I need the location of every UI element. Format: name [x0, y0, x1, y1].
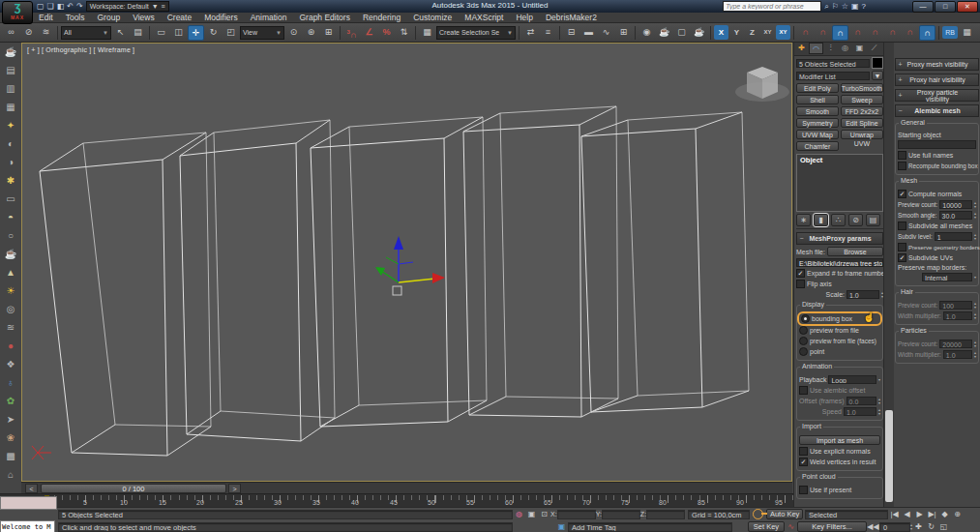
- axis-constraint-xy-button[interactable]: XY: [760, 25, 775, 40]
- compute-normals-checkbox[interactable]: ✓: [898, 190, 906, 198]
- explicit-normals-checkbox[interactable]: [799, 447, 808, 456]
- select-and-rotate-icon[interactable]: ↻: [205, 25, 222, 41]
- speed-field[interactable]: 1,0: [844, 407, 876, 416]
- modifier-ffd-button[interactable]: FFD 2x2x2: [841, 106, 883, 116]
- offset-frames-field[interactable]: 0,0: [846, 397, 876, 405]
- rendered-frame-window-icon[interactable]: ▢: [673, 25, 690, 41]
- menu-tools[interactable]: Tools: [66, 13, 85, 22]
- axis-constraint-y-button[interactable]: Y: [729, 25, 744, 40]
- subdivide-uvs-checkbox[interactable]: ✓: [898, 253, 906, 262]
- menu-rendering[interactable]: Rendering: [363, 13, 401, 22]
- snap-grid-icon[interactable]: ∩: [797, 25, 814, 41]
- dome-icon[interactable]: ◓: [8, 208, 14, 226]
- earth-icon[interactable]: ♁: [7, 373, 15, 392]
- time-slider-handle[interactable]: 0 / 100: [41, 484, 226, 493]
- macro-recorder-field[interactable]: [0, 496, 57, 510]
- snap-endpoint-icon[interactable]: ∩: [849, 25, 866, 41]
- use-pivot-point-icon[interactable]: ⊙: [285, 25, 302, 41]
- add-time-tag-field[interactable]: Add Time Tag: [568, 522, 732, 532]
- y-coordinate-field[interactable]: [602, 510, 640, 519]
- menu-customize[interactable]: Customize: [413, 13, 452, 22]
- recompute-bbox-checkbox[interactable]: [898, 162, 906, 170]
- tab-motion-icon[interactable]: ◎: [838, 43, 852, 54]
- make-unique-icon[interactable]: ∴: [831, 214, 846, 226]
- panel-scrollbar[interactable]: [883, 43, 894, 507]
- orbit-view-icon[interactable]: ↻: [925, 522, 937, 531]
- modifier-list-dropdown[interactable]: Modifier List: [796, 72, 870, 80]
- named-selection-sets-dropdown[interactable]: Create Selection Se ▼: [436, 26, 516, 40]
- select-by-name-icon[interactable]: ▤: [130, 25, 146, 41]
- menu-create[interactable]: Create: [167, 13, 193, 22]
- hair-preview-count-field[interactable]: 100: [939, 301, 972, 310]
- remove-modifier-icon[interactable]: ⊘: [848, 214, 863, 226]
- align-icon[interactable]: ≡: [540, 25, 556, 41]
- spinner-snap-icon[interactable]: ⇅: [396, 25, 412, 41]
- key-filters-button[interactable]: Key Filters...: [797, 521, 867, 532]
- favorites-icon[interactable]: ☆: [842, 2, 848, 11]
- maximize-button[interactable]: □: [935, 1, 956, 13]
- pan-view-icon[interactable]: ✚: [912, 522, 925, 531]
- z-coordinate-field[interactable]: [646, 510, 685, 519]
- next-frame-button[interactable]: >: [228, 484, 241, 493]
- modifier-unwrap-uvw-button[interactable]: Unwrap UVW: [841, 130, 883, 139]
- map-borders-dropdown[interactable]: Internal: [922, 273, 972, 281]
- reference-coordinate-dropdown[interactable]: View ▼: [240, 26, 284, 40]
- material-editor-icon[interactable]: ◉: [638, 25, 655, 41]
- angle-snap-icon[interactable]: ∠: [361, 25, 377, 41]
- previous-key-icon[interactable]: ◀: [901, 510, 913, 518]
- subdiv-level-field[interactable]: 1: [935, 232, 972, 241]
- hair-width-field[interactable]: 1,0: [943, 311, 972, 320]
- keyboard-override-icon[interactable]: ⊞: [320, 25, 337, 41]
- select-and-move-icon[interactable]: ✛: [188, 25, 204, 41]
- display-option-bounding-box[interactable]: bounding box ☝: [799, 313, 880, 324]
- offset-spinner[interactable]: ▴▾: [878, 398, 880, 405]
- rollout-alembic-mesh[interactable]: − Alembic mesh: [895, 104, 979, 117]
- preserve-geometry-checkbox[interactable]: [898, 243, 906, 251]
- table-icon[interactable]: ▦: [6, 98, 15, 116]
- minimize-button[interactable]: —: [912, 1, 934, 13]
- unlink-selection-icon[interactable]: ⊘: [20, 25, 37, 41]
- maximize-viewport-icon[interactable]: ◱: [937, 522, 950, 531]
- collapse-icon[interactable]: −: [797, 235, 806, 242]
- viewport-label[interactable]: [ + ] [ Orthographic ] [ Wireframe ]: [27, 46, 134, 53]
- rollout-proxy-particle-visibility[interactable]: + Proxy particle visibility: [895, 89, 979, 102]
- mesh-file-path-field[interactable]: E:\Biblioteki\drzewa tree stor: [796, 258, 883, 267]
- expand-icon[interactable]: +: [896, 92, 905, 99]
- smooth-angle-spinner[interactable]: ▴▾: [974, 212, 976, 220]
- object-name-field[interactable]: 5 Objects Selected: [796, 59, 870, 68]
- molecule-icon[interactable]: ❖: [7, 355, 15, 373]
- rollout-proxy-mesh-visibility[interactable]: + Proxy mesh visibility: [895, 58, 979, 71]
- select-object-icon[interactable]: ↖: [112, 25, 129, 41]
- history-icon[interactable]: ↺: [976, 25, 980, 41]
- display-option-preview-faces[interactable]: preview from file (faces): [799, 337, 880, 345]
- go-to-end-icon[interactable]: ⊕: [951, 510, 964, 518]
- tab-create-icon[interactable]: ✚: [794, 43, 809, 54]
- ribbon-toggle-icon[interactable]: ▬: [580, 25, 597, 41]
- axis-constraint-plane-button[interactable]: XY: [776, 25, 790, 40]
- selection-lock-icon[interactable]: ▣: [525, 510, 538, 518]
- shell-icon[interactable]: ❀: [7, 429, 15, 447]
- scale-field[interactable]: 1,0: [846, 290, 879, 299]
- render-teapot-icon[interactable]: ☕: [5, 43, 16, 61]
- snap-vertex-icon[interactable]: ∩: [832, 25, 848, 41]
- select-and-manipulate-icon[interactable]: ⊛: [303, 25, 319, 41]
- pattern-icon[interactable]: ▩: [6, 447, 15, 465]
- preview-count-field[interactable]: 10000: [939, 200, 972, 209]
- snap-pivot-icon[interactable]: ∩: [815, 25, 831, 41]
- display-option-preview-file[interactable]: preview from file: [799, 326, 880, 335]
- use-if-present-checkbox[interactable]: [799, 486, 808, 494]
- scrollbar-thumb[interactable]: [885, 410, 893, 502]
- select-and-scale-icon[interactable]: ◰: [223, 25, 239, 41]
- bounding-box-radio[interactable]: [801, 314, 810, 323]
- help-icon[interactable]: ?: [862, 2, 866, 11]
- bind-to-space-warp-icon[interactable]: ≋: [38, 25, 54, 41]
- menu-edit[interactable]: Edit: [39, 13, 53, 22]
- close-button[interactable]: ✕: [957, 1, 978, 13]
- set-key-button[interactable]: Set Key: [748, 521, 785, 532]
- speed-spinner[interactable]: ▴▾: [878, 408, 880, 416]
- snap-plane-icon[interactable]: ∩: [919, 25, 935, 41]
- starting-object-field[interactable]: [898, 140, 976, 149]
- plane-icon[interactable]: ▭: [6, 190, 15, 208]
- layer-lister-icon[interactable]: ▥: [6, 79, 15, 98]
- go-to-frame-icon[interactable]: ◀◀: [867, 522, 879, 531]
